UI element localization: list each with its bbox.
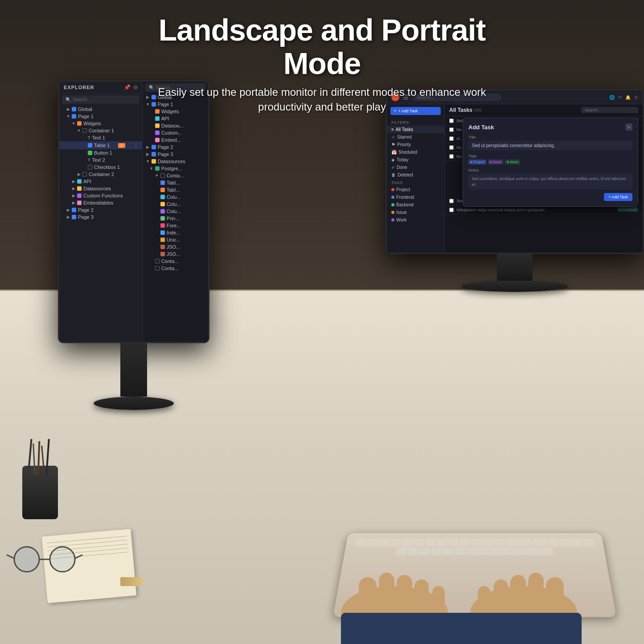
sidebar-filter-done[interactable]: ✓ Done bbox=[387, 164, 444, 171]
right-tree-colu2[interactable]: Colu... bbox=[143, 201, 208, 208]
modal-title-value[interactable]: Sed ut perspiciatis consectetur adipisci… bbox=[468, 141, 632, 150]
right-tree-unic[interactable]: Unic... bbox=[143, 236, 208, 243]
right-tree-conta2[interactable]: Conta... bbox=[143, 258, 208, 265]
task-checkbox-7[interactable] bbox=[449, 208, 454, 212]
tree-arrow: ▶ bbox=[66, 208, 70, 212]
work-dot bbox=[391, 218, 394, 222]
sidebar-tag-frontend[interactable]: Frontend bbox=[387, 193, 444, 201]
right-tree-conta3[interactable]: Conta... bbox=[143, 265, 208, 272]
right-tree-conta1[interactable]: ▼ Conta... bbox=[143, 172, 208, 179]
modal-close-button[interactable]: ✕ bbox=[625, 123, 632, 131]
tree-arrow: ▼ bbox=[66, 115, 70, 118]
task-checkbox-4[interactable] bbox=[449, 145, 454, 150]
tree-label-checkbox1: Checkbox 1 bbox=[94, 164, 120, 170]
right-tree-postgre[interactable]: ▼ Postgre... bbox=[143, 165, 208, 172]
mail-icon: ✉ bbox=[618, 95, 622, 100]
globe-icon: 🌐 bbox=[609, 95, 615, 100]
right-tree-prin[interactable]: Prin... bbox=[143, 215, 208, 222]
right-tree-jso2[interactable]: JSO... bbox=[143, 250, 208, 258]
right-tree-tabl2[interactable]: Tabl... bbox=[143, 186, 208, 193]
portrait-monitor-base bbox=[94, 397, 174, 410]
right-colu1-icon bbox=[160, 195, 165, 199]
task-checkbox-3[interactable] bbox=[449, 136, 454, 141]
sidebar-tag-issue[interactable]: Issue bbox=[387, 209, 444, 216]
right-tree-page2[interactable]: ▶ Page 2 bbox=[143, 144, 208, 151]
tree-arrow: ▶ bbox=[77, 172, 81, 176]
modal-notes-value[interactable]: Non provident, similique sunt in culpa, … bbox=[468, 174, 632, 189]
tree-item-checkbox1[interactable]: Checkbox 1 bbox=[59, 164, 142, 171]
tree-item-api[interactable]: ▶ API bbox=[59, 178, 142, 185]
sidebar-filter-priority[interactable]: ⚑ Priority bbox=[387, 141, 444, 148]
tree-label-global: Global bbox=[78, 107, 92, 112]
tree-item-container2[interactable]: ▶ Container 2 bbox=[59, 171, 142, 178]
portrait-monitor-stand bbox=[120, 343, 147, 397]
tree-item-table1[interactable]: Table 1 ⚡ ⋮ bbox=[59, 141, 142, 149]
svg-rect-13 bbox=[341, 613, 466, 644]
hands-svg bbox=[305, 488, 617, 644]
tree-item-button1[interactable]: Button 1 bbox=[59, 149, 142, 156]
right-tree-tabl1[interactable]: Tabl... bbox=[143, 179, 208, 186]
right-label-postgre: Postgre... bbox=[161, 166, 182, 171]
svg-rect-20 bbox=[457, 613, 582, 644]
tree-item-custom-functions[interactable]: ▶ Custom Functions bbox=[59, 192, 142, 199]
modal-tags: ● Project ● Issue ● Work bbox=[468, 160, 632, 164]
task-checkbox-1[interactable] bbox=[449, 119, 454, 123]
modal-tags-label: Tags bbox=[468, 154, 632, 158]
tree-arrow bbox=[82, 158, 86, 162]
modal-tag-issue[interactable]: ● Issue bbox=[488, 160, 503, 164]
tree-arrow: ▼ bbox=[146, 160, 150, 163]
right-tree-datasources[interactable]: ▼ Datasources bbox=[143, 158, 208, 165]
modal-tag-project[interactable]: ● Project bbox=[468, 160, 486, 164]
table1-icon bbox=[88, 143, 92, 148]
right-conta3-icon bbox=[155, 266, 160, 271]
tree-item-text2[interactable]: T Text 2 bbox=[59, 156, 142, 164]
modal-tag-work[interactable]: ● Work bbox=[505, 160, 520, 164]
tree-item-container1[interactable]: ▼ Container 1 bbox=[59, 127, 142, 134]
right-fore-icon bbox=[160, 223, 165, 228]
glasses-svg bbox=[4, 541, 85, 577]
sidebar-tag-frontend-label: Frontend bbox=[396, 195, 414, 200]
right-tree-api[interactable]: API bbox=[143, 115, 208, 122]
sidebar-filter-all-tasks[interactable]: ≡ All Tasks bbox=[387, 126, 444, 133]
task-checkbox-2[interactable] bbox=[449, 127, 454, 132]
tree-item-datasources[interactable]: ▶ Datasources bbox=[59, 185, 142, 192]
right-tree-datasou[interactable]: Datasou... bbox=[143, 122, 208, 129]
task-checkbox-6[interactable] bbox=[449, 199, 454, 203]
tree-item-page2[interactable]: ▶ Page 2 bbox=[59, 206, 142, 213]
right-tree-inde[interactable]: Inde... bbox=[143, 229, 208, 236]
sidebar-tag-backend[interactable]: Backend bbox=[387, 201, 444, 209]
sidebar-filter-scheduled[interactable]: 📅 Sheduled bbox=[387, 148, 444, 156]
sidebar-tag-project[interactable]: Project bbox=[387, 186, 444, 193]
right-tree-page3[interactable]: ▶ Page 3 bbox=[143, 151, 208, 158]
sidebar-filter-today[interactable]: ◈ Today bbox=[387, 156, 444, 164]
right-tree-colu1[interactable]: Colu... bbox=[143, 193, 208, 201]
sidebar-filter-starred[interactable]: ☆ Starred bbox=[387, 133, 444, 141]
right-tree-colu3[interactable]: Colu... bbox=[143, 208, 208, 215]
tree-item-embeddables[interactable]: ▶ Embeddables bbox=[59, 199, 142, 206]
right-tree-custom[interactable]: Custom... bbox=[143, 129, 208, 136]
tree-label-custom-functions: Custom Functions bbox=[83, 193, 123, 198]
api-icon bbox=[77, 179, 82, 184]
right-tabl2-icon bbox=[160, 188, 165, 192]
kebab-icon[interactable]: ⋮ bbox=[133, 142, 139, 148]
task-manager-ui: ☰ Search... 🌐 ✉ 🔔 ⚙ bbox=[387, 90, 643, 253]
modal-add-button[interactable]: + Add Task bbox=[604, 193, 632, 201]
tree-item-page3[interactable]: ▶ Page 3 bbox=[59, 213, 142, 221]
search-placeholder: Search... bbox=[73, 97, 90, 102]
right-tree-embed[interactable]: Embed... bbox=[143, 136, 208, 144]
right-tree-fore[interactable]: Fore... bbox=[143, 222, 208, 229]
task-checkbox-5[interactable] bbox=[449, 154, 454, 159]
tree-arrow: ▶ bbox=[72, 187, 75, 190]
svg-line-4 bbox=[75, 555, 82, 558]
right-label-page2: Page 2 bbox=[158, 144, 173, 150]
issue-dot bbox=[391, 211, 394, 214]
task-search-input[interactable] bbox=[581, 107, 638, 113]
right-tree-jso1[interactable]: JSO... bbox=[143, 243, 208, 250]
sidebar-filter-deleted-label: Deleted bbox=[398, 172, 413, 177]
sidebar-filter-priority-label: Priority bbox=[397, 142, 411, 147]
sidebar-tag-work[interactable]: Work bbox=[387, 216, 444, 224]
tree-label-text2: Text 2 bbox=[92, 157, 105, 163]
tree-item-text1[interactable]: T Text 1 bbox=[59, 134, 142, 141]
sidebar-filter-deleted[interactable]: 🗑 Deleted bbox=[387, 171, 444, 179]
tree-item-widgets[interactable]: ▼ Widgets bbox=[59, 120, 142, 127]
